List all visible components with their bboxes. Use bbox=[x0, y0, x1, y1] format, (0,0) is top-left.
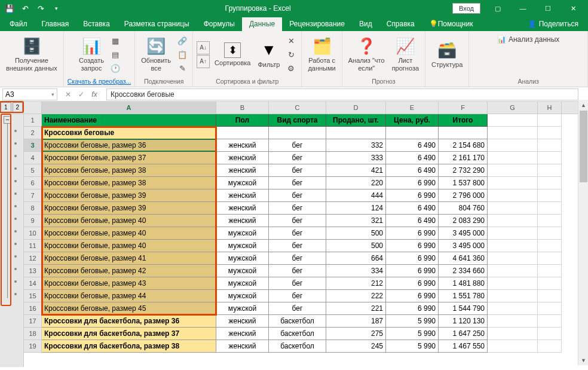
name-cell[interactable]: Кроссовки беговые, размер 45 bbox=[42, 302, 216, 315]
scroll-thumb[interactable] bbox=[580, 111, 587, 182]
empty-cell[interactable] bbox=[538, 114, 562, 127]
group-label-transform[interactable]: Скачать & преобраз... bbox=[68, 77, 131, 86]
tab-formulas[interactable]: Формулы bbox=[197, 17, 242, 31]
data-tools-button[interactable]: 🗂️Работа с данными bbox=[305, 35, 338, 73]
empty-cell[interactable] bbox=[488, 240, 538, 252]
save-icon[interactable]: 💾 bbox=[2, 1, 17, 16]
clear-filter-icon[interactable]: ✕ bbox=[284, 34, 298, 47]
data-cell[interactable]: 2 161 170 bbox=[439, 152, 488, 164]
empty-cell[interactable] bbox=[488, 315, 538, 328]
name-cell[interactable]: Кроссовки беговые, размер 40 bbox=[42, 227, 216, 240]
col-header-E[interactable]: E bbox=[386, 102, 439, 114]
close-icon[interactable]: ✕ bbox=[561, 0, 586, 17]
row-header[interactable]: 4 bbox=[24, 152, 42, 164]
tab-review[interactable]: Рецензирование bbox=[282, 17, 352, 31]
empty-cell[interactable] bbox=[488, 227, 538, 240]
empty-cell[interactable] bbox=[386, 127, 439, 139]
empty-cell[interactable] bbox=[538, 290, 562, 302]
data-cell[interactable]: 2 796 000 bbox=[439, 189, 488, 202]
empty-cell[interactable] bbox=[538, 315, 562, 328]
recent-sources-icon[interactable]: 🕐 bbox=[109, 62, 122, 75]
row-header[interactable]: 1 bbox=[24, 114, 42, 127]
data-cell[interactable]: 6 990 bbox=[386, 290, 439, 302]
sort-asc-icon[interactable]: A↓ bbox=[197, 41, 210, 54]
data-cell[interactable]: 333 bbox=[326, 152, 386, 164]
data-cell[interactable]: бег bbox=[269, 177, 326, 189]
name-cell[interactable]: Кроссовки беговые, размер 36 bbox=[42, 139, 216, 152]
col-header-B[interactable]: B bbox=[216, 102, 269, 114]
data-cell[interactable]: баскетбол bbox=[269, 328, 326, 340]
row-header[interactable]: 11 bbox=[24, 240, 42, 252]
empty-cell[interactable] bbox=[488, 340, 538, 353]
name-cell[interactable]: Кроссовки беговые, размер 40 bbox=[42, 240, 216, 252]
data-cell[interactable]: бег bbox=[269, 302, 326, 315]
empty-cell[interactable] bbox=[488, 152, 538, 164]
tab-help[interactable]: Справка bbox=[379, 17, 422, 31]
data-cell[interactable]: 6 990 bbox=[386, 277, 439, 290]
data-cell[interactable]: 804 760 bbox=[439, 202, 488, 215]
data-cell[interactable]: женский bbox=[216, 328, 269, 340]
name-cell[interactable]: Кроссовки для баскетбола, размер 36 bbox=[42, 315, 216, 328]
col-header-C[interactable]: C bbox=[269, 102, 326, 114]
reapply-icon[interactable]: ↻ bbox=[284, 48, 298, 61]
data-cell[interactable]: бег bbox=[269, 189, 326, 202]
data-cell[interactable]: бег bbox=[269, 164, 326, 177]
tab-pagelayout[interactable]: Разметка страницы bbox=[117, 17, 197, 31]
data-cell[interactable]: женский bbox=[216, 139, 269, 152]
empty-cell[interactable] bbox=[488, 127, 538, 139]
undo-icon[interactable]: ↶ bbox=[18, 1, 32, 16]
data-cell[interactable]: 6 490 bbox=[386, 164, 439, 177]
data-cell[interactable]: бег bbox=[269, 252, 326, 265]
vertical-scrollbar[interactable]: ▲ ▼ bbox=[578, 100, 588, 365]
row-header[interactable]: 12 bbox=[24, 252, 42, 265]
empty-cell[interactable] bbox=[488, 290, 538, 302]
data-cell[interactable]: 6 990 bbox=[386, 265, 439, 277]
empty-cell[interactable] bbox=[538, 252, 562, 265]
group-cell[interactable]: Кроссовки беговые bbox=[42, 127, 216, 139]
edit-links-icon[interactable]: ✎ bbox=[176, 62, 189, 75]
data-cell[interactable]: бег bbox=[269, 290, 326, 302]
row-header[interactable]: 14 bbox=[24, 277, 42, 290]
data-cell[interactable]: 124 bbox=[326, 202, 386, 215]
row-header[interactable]: 9 bbox=[24, 215, 42, 227]
data-cell[interactable]: 5 990 bbox=[386, 315, 439, 328]
data-cell[interactable]: 444 bbox=[326, 189, 386, 202]
data-cell[interactable]: 212 bbox=[326, 277, 386, 290]
data-cell[interactable]: бег bbox=[269, 277, 326, 290]
empty-cell[interactable] bbox=[488, 164, 538, 177]
empty-cell[interactable] bbox=[326, 127, 386, 139]
table-header-cell[interactable]: Наименование bbox=[42, 114, 216, 127]
show-queries-icon[interactable]: ▦ bbox=[109, 34, 122, 47]
empty-cell[interactable] bbox=[538, 277, 562, 290]
name-cell[interactable]: Кроссовки беговые, размер 43 bbox=[42, 277, 216, 290]
empty-cell[interactable] bbox=[538, 127, 562, 139]
empty-cell[interactable] bbox=[538, 177, 562, 189]
row-header[interactable]: 18 bbox=[24, 328, 42, 340]
forecast-button[interactable]: 📈Лист прогноза bbox=[390, 35, 421, 73]
data-cell[interactable]: женский bbox=[216, 164, 269, 177]
fx-icon[interactable]: fx bbox=[90, 90, 99, 99]
name-cell[interactable]: Кроссовки беговые, размер 42 bbox=[42, 265, 216, 277]
name-cell[interactable]: Кроссовки беговые, размер 44 bbox=[42, 290, 216, 302]
empty-cell[interactable] bbox=[538, 240, 562, 252]
data-cell[interactable]: 1 537 800 bbox=[439, 177, 488, 189]
empty-cell[interactable] bbox=[538, 152, 562, 164]
empty-cell[interactable] bbox=[488, 277, 538, 290]
tab-tellme[interactable]: 💡Помощник bbox=[422, 17, 480, 31]
data-cell[interactable]: 187 bbox=[326, 315, 386, 328]
data-cell[interactable]: 2 083 290 bbox=[439, 215, 488, 227]
qat-dropdown-icon[interactable]: ▾ bbox=[49, 1, 63, 16]
data-cell[interactable]: мужской bbox=[216, 302, 269, 315]
data-cell[interactable]: 1 467 550 bbox=[439, 340, 488, 353]
data-cell[interactable]: мужской bbox=[216, 252, 269, 265]
data-cell[interactable]: 220 bbox=[326, 177, 386, 189]
row-header[interactable]: 19 bbox=[24, 340, 42, 353]
data-cell[interactable]: женский bbox=[216, 202, 269, 215]
empty-cell[interactable] bbox=[538, 189, 562, 202]
data-cell[interactable]: 2 732 290 bbox=[439, 164, 488, 177]
empty-cell[interactable] bbox=[538, 328, 562, 340]
empty-cell[interactable] bbox=[538, 340, 562, 353]
connections-icon[interactable]: 🔗 bbox=[176, 34, 189, 47]
data-cell[interactable]: 6 490 bbox=[386, 202, 439, 215]
data-cell[interactable]: мужской bbox=[216, 277, 269, 290]
